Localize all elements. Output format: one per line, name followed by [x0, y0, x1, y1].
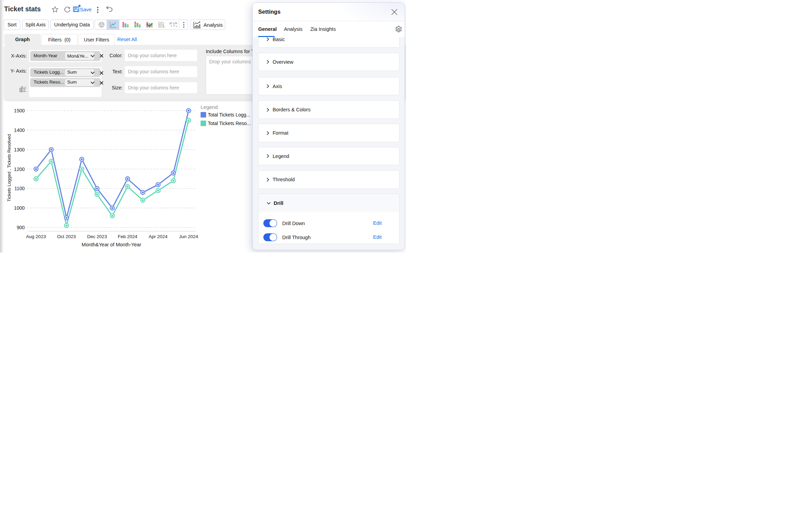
svg-text:1100: 1100	[14, 186, 25, 191]
svg-text:Total Tickets Reso...: Total Tickets Reso...	[208, 121, 251, 126]
svg-text:1200: 1200	[14, 167, 25, 172]
svg-text:Aug 2023: Aug 2023	[26, 234, 46, 239]
svg-text:900: 900	[17, 225, 25, 230]
svg-text:Feb 2024: Feb 2024	[118, 234, 138, 239]
svg-text:Total Tickets Logg...: Total Tickets Logg...	[208, 112, 250, 118]
svg-text:1300: 1300	[14, 147, 25, 152]
svg-text:Σ: Σ	[23, 87, 26, 92]
svg-text:Dec 2023: Dec 2023	[87, 234, 107, 239]
svg-text:1500: 1500	[14, 108, 25, 113]
svg-text:Apr 2024: Apr 2024	[149, 234, 168, 239]
svg-text:1400: 1400	[14, 127, 25, 133]
svg-text:Oct 2023: Oct 2023	[57, 234, 76, 239]
svg-text:Legend: Legend	[201, 104, 218, 110]
svg-text:1000: 1000	[14, 205, 25, 211]
svg-text:Jun 2024: Jun 2024	[179, 234, 198, 239]
svg-text:Month&Year of Month-Year: Month&Year of Month-Year	[82, 242, 141, 247]
svg-text:Tickets Logged , Tickets Resol: Tickets Logged , Tickets Resolved	[7, 134, 12, 202]
